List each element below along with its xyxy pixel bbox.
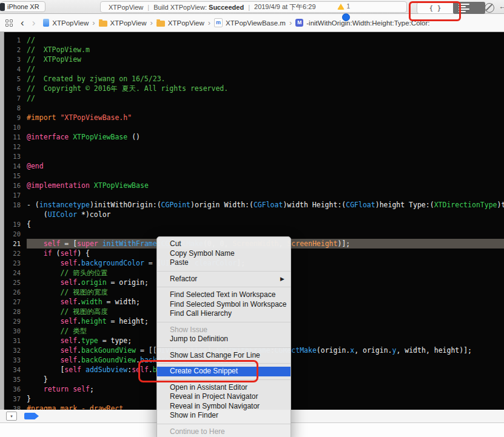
breakpoint-icon[interactable] (24, 413, 39, 419)
filter-icon[interactable]: ▾ (6, 412, 17, 421)
xcode-window: iPhone XR XTPopView | Build XTPopView: S… (0, 0, 504, 437)
code-text: // XTPopView (27, 55, 504, 64)
menu-separator (157, 363, 291, 364)
iphone-icon (0, 3, 5, 11)
lines-icon (459, 4, 469, 5)
menu-item-paste[interactable]: Paste (157, 258, 291, 268)
breadcrumb-label: -initWithOrigin:Width:Height:Type:Color: (306, 19, 429, 27)
circle-slash-icon[interactable] (485, 3, 494, 13)
forward-button[interactable]: › (32, 19, 36, 27)
status-build: Build XTPopView: Succeeded (153, 4, 244, 11)
code-text: // (27, 93, 504, 103)
cursor-click-indicator (342, 13, 350, 21)
menu-item-reveal-in-project-navigator[interactable]: Reveal in Project Navigator (157, 392, 291, 402)
menu-item-find-selected-text-in-workspace[interactable]: Find Selected Text in Workspace (157, 290, 291, 300)
code-text: #import "XTPopViewBase.h" (27, 113, 504, 122)
submenu-arrow-icon: ▶ (280, 275, 284, 284)
breadcrumb-item[interactable]: XTPopView (43, 19, 89, 27)
menu-item-find-selected-symbol-in-workspace[interactable]: Find Selected Symbol in Workspace (157, 300, 291, 310)
project-file-icon (43, 19, 49, 27)
code-text: // (27, 35, 504, 45)
menu-item-continue-to-here: Continue to Here (157, 427, 291, 437)
menu-item-show-in-finder[interactable]: Show in Finder (157, 411, 291, 421)
code-line[interactable]: 19{ (0, 219, 504, 229)
code-text: @implementation XTPopViewBase (27, 181, 504, 190)
code-line[interactable]: 1// (0, 35, 504, 45)
method-icon: M (295, 19, 303, 27)
menu-item-copy-symbol-name[interactable]: Copy Symbol Name (157, 249, 291, 259)
status-project: XTPopView (109, 4, 143, 11)
status-build-result: Succeeded (209, 4, 244, 11)
code-text: // (27, 64, 504, 74)
status-divider: | (147, 4, 149, 11)
run-destination-button[interactable]: iPhone XR (1, 1, 45, 12)
code-line[interactable]: 11@interface XTPopViewBase () (0, 132, 504, 142)
code-line[interactable]: 12 (0, 142, 504, 152)
menu-item-jump-to-definition[interactable]: Jump to Definition (157, 335, 291, 344)
code-line[interactable]: 15 (0, 171, 504, 181)
menu-item-refactor[interactable]: Refactor▶ (157, 275, 291, 284)
warning-icon (337, 4, 344, 10)
code-text (27, 171, 504, 181)
code-line[interactable]: 4// (0, 64, 504, 74)
code-snippet-library-button[interactable]: { } (417, 2, 454, 14)
breadcrumb-label: XTPopView (110, 19, 147, 27)
run-destination-label: iPhone XR (7, 3, 39, 10)
code-line[interactable]: 14@end (0, 161, 504, 171)
menu-separator (157, 379, 291, 380)
breadcrumb-item[interactable]: mXTPopViewBase.m (214, 18, 286, 27)
code-line[interactable]: 13 (0, 152, 504, 161)
back-arrow-icon[interactable]: ← (499, 2, 504, 11)
code-line[interactable]: 5// Created by zjwang on 16/5/23. (0, 74, 504, 84)
list-view-button[interactable] (453, 2, 485, 14)
code-line[interactable]: 7// (0, 93, 504, 103)
code-text (27, 190, 504, 200)
jump-bar: ‹ › XTPopView›XTPopView›XTPopView›mXTPop… (0, 14, 504, 32)
code-text: // Created by zjwang on 16/5/23. (27, 74, 504, 84)
code-line[interactable]: 9#import "XTPopViewBase.h" (0, 113, 504, 122)
menu-item-create-code-snippet[interactable]: Create Code Snippet (157, 367, 291, 376)
warning-badge[interactable]: 1 (337, 3, 350, 10)
breadcrumb-label: XTPopView (52, 19, 89, 27)
breadcrumb-item[interactable]: XTPopView (99, 19, 147, 27)
status-divider: | (248, 4, 250, 11)
menu-item-show-issue: Show Issue (157, 325, 291, 335)
code-line[interactable]: 17 (0, 190, 504, 200)
code-text: // Copyright © 2016年 夏天. All rights rese… (27, 84, 504, 93)
code-text: { (27, 219, 504, 229)
code-line[interactable]: 6// Copyright © 2016年 夏天. All rights res… (0, 84, 504, 93)
menu-item-open-in-assistant-editor[interactable]: Open in Assistant Editor (157, 383, 291, 393)
code-line[interactable]: 18- (instancetype)initWithOrigin:(CGPoin… (0, 200, 504, 210)
code-line[interactable]: 10 (0, 122, 504, 132)
code-text: // XTPopView.m (27, 45, 504, 55)
code-text (27, 103, 504, 113)
menu-item-show-last-change-for-line[interactable]: Show Last Change For Line (157, 351, 291, 361)
code-text: @interface XTPopViewBase () (27, 132, 504, 142)
code-line[interactable]: 3// XTPopView (0, 55, 504, 64)
menu-item-find-call-hierarchy[interactable]: Find Call Hierarchy (157, 309, 291, 319)
menu-item-reveal-in-symbol-navigator[interactable]: Reveal in Symbol Navigator (157, 402, 291, 412)
toolbar: iPhone XR XTPopView | Build XTPopView: S… (0, 0, 504, 14)
breadcrumb: XTPopView›XTPopView›XTPopView›mXTPopView… (43, 18, 429, 27)
breadcrumb-separator: › (208, 18, 210, 27)
folder-icon (156, 21, 165, 27)
breadcrumb-separator: › (150, 18, 152, 27)
breadcrumb-label: XTPopViewBase.m (226, 19, 286, 27)
navigator-divider[interactable] (0, 32, 4, 410)
code-line[interactable]: (UIColor *)color (0, 210, 504, 219)
menu-separator (157, 322, 291, 322)
breadcrumb-label: XTPopView (168, 19, 204, 27)
back-button[interactable]: ‹ (21, 19, 24, 27)
code-text (27, 152, 504, 161)
code-line[interactable]: 2// XTPopView.m (0, 45, 504, 55)
activity-viewer[interactable]: XTPopView | Build XTPopView: Succeeded |… (100, 1, 407, 13)
code-text (27, 122, 504, 132)
menu-separator (157, 347, 291, 348)
code-line[interactable]: 16@implementation XTPopViewBase (0, 181, 504, 190)
breadcrumb-item[interactable]: M-initWithOrigin:Width:Height:Type:Color… (295, 19, 429, 27)
related-items-icon[interactable] (5, 19, 13, 27)
braces-icon: { } (429, 4, 442, 12)
code-line[interactable]: 8 (0, 103, 504, 113)
breadcrumb-item[interactable]: XTPopView (156, 19, 204, 27)
menu-item-cut[interactable]: Cut (157, 239, 291, 249)
